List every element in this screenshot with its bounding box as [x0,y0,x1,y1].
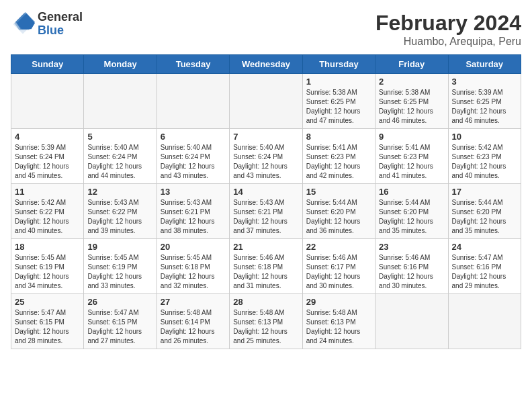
calendar-week-2: 4Sunrise: 5:39 AM Sunset: 6:24 PM Daylig… [11,129,521,184]
day-info: Sunrise: 5:44 AM Sunset: 6:20 PM Dayligh… [379,198,444,236]
calendar-cell-w5-d1: 25Sunrise: 5:47 AM Sunset: 6:15 PM Dayli… [11,294,84,349]
calendar-body: 1Sunrise: 5:38 AM Sunset: 6:25 PM Daylig… [11,74,521,349]
day-number: 17 [452,187,517,197]
day-info: Sunrise: 5:40 AM Sunset: 6:24 PM Dayligh… [87,143,152,181]
logo-general-text: General [38,11,83,24]
calendar-cell-w2-d1: 4Sunrise: 5:39 AM Sunset: 6:24 PM Daylig… [11,129,84,184]
day-number: 29 [306,297,371,307]
calendar-cell-w2-d3: 6Sunrise: 5:40 AM Sunset: 6:24 PM Daylig… [157,129,229,184]
calendar-cell-w4-d3: 20Sunrise: 5:45 AM Sunset: 6:18 PM Dayli… [157,239,229,294]
logo-blue-text: Blue [38,24,83,38]
day-info: Sunrise: 5:43 AM Sunset: 6:22 PM Dayligh… [87,198,152,236]
day-info: Sunrise: 5:38 AM Sunset: 6:25 PM Dayligh… [306,88,371,126]
day-info: Sunrise: 5:45 AM Sunset: 6:19 PM Dayligh… [15,253,80,291]
calendar-cell-w4-d6: 23Sunrise: 5:46 AM Sunset: 6:16 PM Dayli… [375,239,448,294]
calendar-cell-w1-d4 [230,74,302,129]
calendar-cell-w5-d7 [448,294,521,349]
calendar-cell-w5-d5: 29Sunrise: 5:48 AM Sunset: 6:13 PM Dayli… [302,294,375,349]
day-number: 16 [379,187,444,197]
day-number: 18 [15,242,80,252]
day-number: 10 [452,132,517,142]
calendar-cell-w3-d7: 17Sunrise: 5:44 AM Sunset: 6:20 PM Dayli… [448,184,521,239]
day-info: Sunrise: 5:45 AM Sunset: 6:18 PM Dayligh… [161,253,226,291]
page-header: General Blue February 2024 Huambo, Arequ… [11,11,521,48]
calendar-week-1: 1Sunrise: 5:38 AM Sunset: 6:25 PM Daylig… [11,74,521,129]
day-number: 28 [233,297,298,307]
day-number: 2 [379,77,444,87]
weekday-header-wednesday: Wednesday [230,55,302,74]
day-info: Sunrise: 5:39 AM Sunset: 6:24 PM Dayligh… [15,143,80,181]
day-info: Sunrise: 5:48 AM Sunset: 6:13 PM Dayligh… [233,308,298,346]
day-number: 7 [233,132,298,142]
day-info: Sunrise: 5:47 AM Sunset: 6:15 PM Dayligh… [15,308,80,346]
day-info: Sunrise: 5:41 AM Sunset: 6:23 PM Dayligh… [306,143,371,181]
day-info: Sunrise: 5:40 AM Sunset: 6:24 PM Dayligh… [233,143,298,181]
calendar-cell-w3-d2: 12Sunrise: 5:43 AM Sunset: 6:22 PM Dayli… [84,184,157,239]
day-number: 4 [15,132,80,142]
day-info: Sunrise: 5:47 AM Sunset: 6:16 PM Dayligh… [452,253,517,291]
day-number: 3 [452,77,517,87]
day-info: Sunrise: 5:44 AM Sunset: 6:20 PM Dayligh… [452,198,517,236]
calendar-cell-w5-d6 [375,294,448,349]
logo: General Blue [11,11,83,38]
calendar-cell-w1-d6: 2Sunrise: 5:38 AM Sunset: 6:25 PM Daylig… [375,74,448,129]
day-info: Sunrise: 5:48 AM Sunset: 6:13 PM Dayligh… [306,308,371,346]
day-number: 24 [452,242,517,252]
calendar-cell-w2-d5: 8Sunrise: 5:41 AM Sunset: 6:23 PM Daylig… [302,129,375,184]
calendar-cell-w1-d2 [84,74,157,129]
calendar-cell-w3-d4: 14Sunrise: 5:43 AM Sunset: 6:21 PM Dayli… [230,184,302,239]
day-info: Sunrise: 5:40 AM Sunset: 6:24 PM Dayligh… [161,143,226,181]
calendar-subtitle: Huambo, Arequipa, Peru [375,36,521,48]
calendar-cell-w1-d5: 1Sunrise: 5:38 AM Sunset: 6:25 PM Daylig… [302,74,375,129]
day-info: Sunrise: 5:44 AM Sunset: 6:20 PM Dayligh… [306,198,371,236]
calendar-cell-w3-d1: 11Sunrise: 5:42 AM Sunset: 6:22 PM Dayli… [11,184,84,239]
day-number: 11 [15,187,80,197]
day-number: 6 [161,132,226,142]
day-number: 25 [15,297,80,307]
weekday-header-sunday: Sunday [11,55,84,74]
calendar-cell-w3-d3: 13Sunrise: 5:43 AM Sunset: 6:21 PM Dayli… [157,184,229,239]
calendar-cell-w2-d2: 5Sunrise: 5:40 AM Sunset: 6:24 PM Daylig… [84,129,157,184]
calendar-cell-w4-d7: 24Sunrise: 5:47 AM Sunset: 6:16 PM Dayli… [448,239,521,294]
calendar-cell-w2-d6: 9Sunrise: 5:41 AM Sunset: 6:23 PM Daylig… [375,129,448,184]
logo-icon [11,12,35,36]
day-number: 14 [233,187,298,197]
calendar-cell-w3-d6: 16Sunrise: 5:44 AM Sunset: 6:20 PM Dayli… [375,184,448,239]
day-info: Sunrise: 5:46 AM Sunset: 6:18 PM Dayligh… [233,253,298,291]
calendar-cell-w2-d7: 10Sunrise: 5:42 AM Sunset: 6:23 PM Dayli… [448,129,521,184]
weekday-header-friday: Friday [375,55,448,74]
weekday-header-row: SundayMondayTuesdayWednesdayThursdayFrid… [11,55,521,74]
day-info: Sunrise: 5:48 AM Sunset: 6:14 PM Dayligh… [161,308,226,346]
calendar-header: SundayMondayTuesdayWednesdayThursdayFrid… [11,55,521,74]
day-number: 9 [379,132,444,142]
calendar-cell-w4-d4: 21Sunrise: 5:46 AM Sunset: 6:18 PM Dayli… [230,239,302,294]
day-info: Sunrise: 5:39 AM Sunset: 6:25 PM Dayligh… [452,88,517,126]
calendar-table: SundayMondayTuesdayWednesdayThursdayFrid… [11,54,521,349]
day-number: 20 [161,242,226,252]
day-number: 23 [379,242,444,252]
day-number: 8 [306,132,371,142]
day-info: Sunrise: 5:42 AM Sunset: 6:22 PM Dayligh… [15,198,80,236]
day-info: Sunrise: 5:43 AM Sunset: 6:21 PM Dayligh… [161,198,226,236]
calendar-cell-w5-d3: 27Sunrise: 5:48 AM Sunset: 6:14 PM Dayli… [157,294,229,349]
calendar-cell-w1-d1 [11,74,84,129]
calendar-cell-w4-d1: 18Sunrise: 5:45 AM Sunset: 6:19 PM Dayli… [11,239,84,294]
weekday-header-saturday: Saturday [448,55,521,74]
day-info: Sunrise: 5:46 AM Sunset: 6:16 PM Dayligh… [379,253,444,291]
day-number: 12 [87,187,152,197]
calendar-cell-w1-d7: 3Sunrise: 5:39 AM Sunset: 6:25 PM Daylig… [448,74,521,129]
day-number: 1 [306,77,371,87]
day-number: 22 [306,242,371,252]
day-number: 19 [87,242,152,252]
day-number: 15 [306,187,371,197]
weekday-header-tuesday: Tuesday [157,55,229,74]
calendar-cell-w3-d5: 15Sunrise: 5:44 AM Sunset: 6:20 PM Dayli… [302,184,375,239]
calendar-cell-w2-d4: 7Sunrise: 5:40 AM Sunset: 6:24 PM Daylig… [230,129,302,184]
day-info: Sunrise: 5:38 AM Sunset: 6:25 PM Dayligh… [379,88,444,126]
calendar-week-4: 18Sunrise: 5:45 AM Sunset: 6:19 PM Dayli… [11,239,521,294]
calendar-week-3: 11Sunrise: 5:42 AM Sunset: 6:22 PM Dayli… [11,184,521,239]
calendar-cell-w5-d4: 28Sunrise: 5:48 AM Sunset: 6:13 PM Dayli… [230,294,302,349]
calendar-title: February 2024 [375,11,521,36]
day-number: 5 [87,132,152,142]
title-block: February 2024 Huambo, Arequipa, Peru [375,11,521,48]
